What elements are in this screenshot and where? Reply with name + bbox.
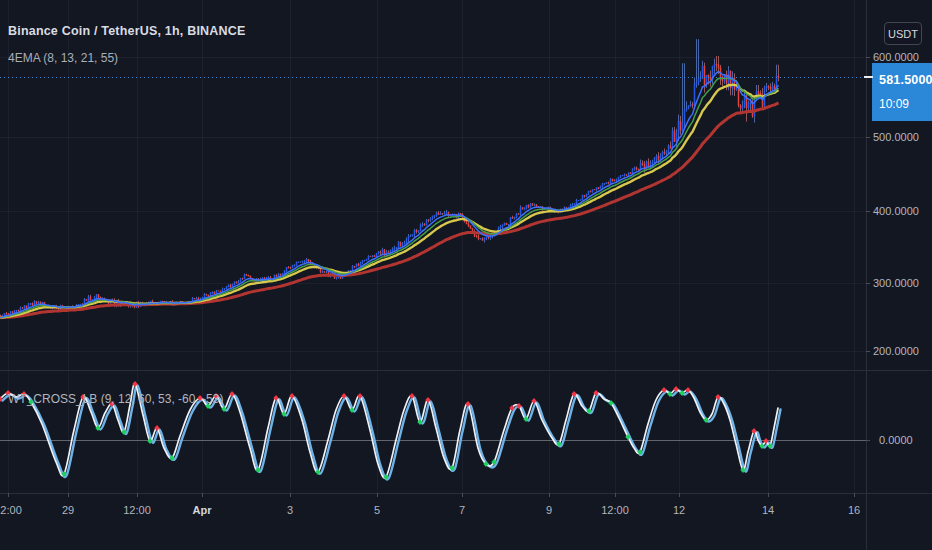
time-axis-label: 3 <box>287 504 293 516</box>
time-axis-label: 29 <box>62 504 74 516</box>
wt-cross-indicator-legend[interactable]: WT_CROSS_LB (9, 12, 60, 53, -60, -53) <box>8 392 223 406</box>
chart-canvas[interactable] <box>0 0 932 550</box>
time-axis-label: 12:00 <box>0 504 22 516</box>
last-price-tag: 581.5000 10:09 <box>872 63 932 121</box>
time-axis-label: 9 <box>546 504 552 516</box>
price-line-tick <box>864 76 873 78</box>
price-axis-label: 600.0000 <box>873 51 919 63</box>
time-axis-label: 12:00 <box>123 504 151 516</box>
time-axis-label: 14 <box>762 504 774 516</box>
time-axis-label: 16 <box>848 504 860 516</box>
time-axis-label: 12 <box>673 504 685 516</box>
indicator-zero-label: 0.0000 <box>879 434 913 446</box>
last-price-value: 581.5000 <box>879 73 932 87</box>
symbol-title[interactable]: Binance Coin / TetherUS, 1h, BINANCE <box>8 24 246 38</box>
bar-countdown: 10:09 <box>879 97 932 111</box>
price-axis-label: 200.0000 <box>873 345 919 357</box>
time-axis-label: 7 <box>459 504 465 516</box>
ema-indicator-legend[interactable]: 4EMA (8, 13, 21, 55) <box>8 51 118 65</box>
time-axis-label: Apr <box>193 504 212 516</box>
price-axis-label: 300.0000 <box>873 277 919 289</box>
time-axis-label: 12:00 <box>601 504 629 516</box>
time-axis-label: 5 <box>374 504 380 516</box>
trading-chart-window: Binance Coin / TetherUS, 1h, BINANCE 4EM… <box>0 0 932 550</box>
currency-toggle-button[interactable]: USDT <box>884 22 922 45</box>
price-axis-label: 400.0000 <box>873 205 919 217</box>
price-axis-label: 500.0000 <box>873 131 919 143</box>
time-axis[interactable]: 12:002912:00Apr357912:00121416 <box>0 493 932 550</box>
